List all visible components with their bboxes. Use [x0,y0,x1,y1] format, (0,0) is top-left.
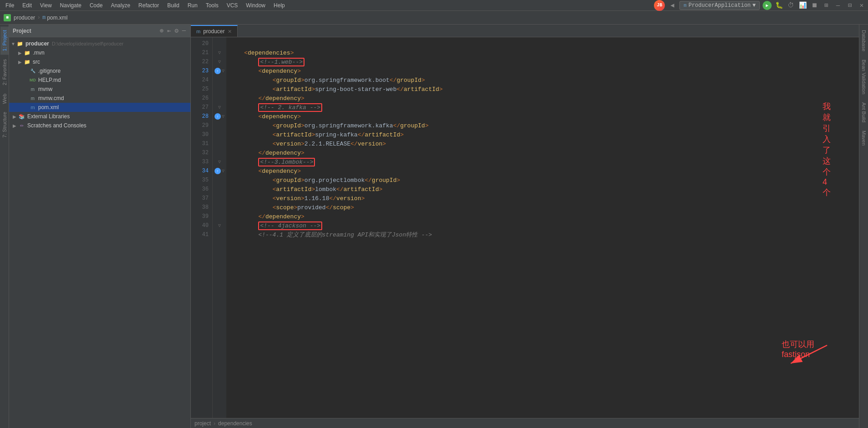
scratches-name: Scratches and Consoles [27,122,86,129]
menu-build[interactable]: Build [164,1,183,10]
tree-root[interactable]: ▼ 📁 producer D:\develop\idea\myself\prod… [9,39,190,48]
sidebar-tab-structure[interactable]: 7: Structure [0,108,9,141]
tree-ext-libs[interactable]: ▶ 📚 External Libraries [9,112,190,121]
fold-23[interactable]: ▽ [222,68,224,74]
mvn-name: .mvn [33,50,45,56]
close-button[interactable]: ✕ [857,1,866,10]
panel-title: Project [13,28,31,34]
menu-code[interactable]: Code [86,1,106,10]
tab-close-btn[interactable]: ✕ [228,29,232,35]
menu-navigate[interactable]: Navigate [56,1,85,10]
tree-mvn[interactable]: ▶ 📁 .mvn [9,48,190,57]
code-line-27: <!-- 2. kafka --> [226,103,859,112]
fold-21[interactable]: ▽ [218,50,221,55]
tree-scratches[interactable]: ▶ ✏ Scratches and Consoles [9,121,190,130]
breakpoint-23[interactable]: ↑ [215,68,221,74]
menu-help[interactable]: Help [270,1,289,10]
settings-icon[interactable]: ⚙ [174,26,179,35]
gutter-25 [213,85,226,94]
ext-lib-name: External Libraries [27,113,70,120]
ln-28: 28 [191,112,212,121]
breakpoint-34[interactable]: ↑ [215,168,221,174]
gutter-37 [213,194,226,203]
annotation-bottom: 也可以用fastjson [782,339,836,368]
menu-edit[interactable]: Edit [19,1,35,10]
tree-help[interactable]: MD HELP.md [9,76,190,85]
restore-button[interactable]: ⊟ [845,1,854,10]
run-button[interactable]: ▶ [763,1,772,10]
fold-28[interactable]: ▽ [222,114,224,119]
fold-40[interactable]: ▽ [218,223,221,228]
menu-vcs[interactable]: VCS [223,1,242,10]
mvnwcmd-icon: m [29,95,36,102]
menu-file[interactable]: File [2,1,18,10]
tree-pom[interactable]: m pom.xml [9,103,190,112]
menu-view[interactable]: View [36,1,55,10]
menu-run[interactable]: Run [184,1,201,10]
code-line-24: <groupId>org.springframework.boot</group… [226,76,859,85]
mvnw-name: mvnw [38,86,52,92]
profile-button[interactable]: ⏱ [786,1,795,10]
breakpoint-28[interactable]: ↑ [215,113,221,120]
collapse-all-icon[interactable]: ⇤ [166,26,172,35]
tag-dependencies-open: <dependencies> [230,50,294,56]
comment-web: <!--1.web--> [258,58,304,66]
tree-src[interactable]: ▶ 📁 src [9,57,190,66]
sidebar-tab-favorites[interactable]: 2: Favorites [0,55,9,89]
tree-mvnw[interactable]: m mvnw [9,85,190,94]
fold-33[interactable]: ▽ [218,159,221,165]
root-path: D:\develop\idea\myself\producer [52,41,124,46]
line-numbers: 20 21 22 23 24 25 26 27 28 29 30 31 32 3… [191,37,213,418]
menu-refactor[interactable]: Refactor [135,1,163,10]
minimize-panel-icon[interactable]: — [181,26,187,35]
run-config-name: ProducerApplication [688,2,751,9]
mvn-arrow: ▶ [18,50,24,55]
code-line-34: <dependency> [226,166,859,176]
project-tree: ▼ 📁 producer D:\develop\idea\myself\prod… [9,37,190,428]
expand-button[interactable]: ⊞ [822,1,831,10]
panel-header-icons: ⊕ ⇤ ⚙ — [159,26,187,35]
gutter-29 [213,121,226,130]
menu-analyze[interactable]: Analyze [107,1,134,10]
run-config-dropdown-icon[interactable]: ▼ [753,2,756,9]
code-line-37: <version>1.16.18</version> [226,194,859,203]
code-line-35: <groupId>org.projectlombok</groupId> [226,176,859,185]
ln-27: 27 [191,103,212,112]
breadcrumb-dependencies: dependencies [218,420,252,427]
code-line-39: </dependency> [226,212,859,221]
ln-38: 38 [191,203,212,212]
right-tab-ant[interactable]: Ant Build [860,99,868,126]
right-tab-maven[interactable]: Maven [860,127,868,149]
fold-22[interactable]: ▽ [218,59,221,65]
annotation-text-bottom: 也可以用fastjson [782,339,836,359]
ln-25: 25 [191,85,212,94]
src-name: src [33,59,40,65]
add-module-icon[interactable]: ⊕ [159,26,164,35]
gutter-28: ↑ ▽ [213,112,226,121]
code-line-25: <artifactId>spring-boot-starter-web</art… [226,85,859,94]
right-tab-bean[interactable]: Bean Validation [860,56,868,98]
fold-27[interactable]: ▽ [218,105,221,110]
debug-button[interactable]: 🐛 [774,1,783,10]
fold-34[interactable]: ▽ [222,168,224,174]
bottom-bar: project › dependencies [191,418,859,428]
sidebar-tab-web[interactable]: Web [0,90,9,107]
coverage-button[interactable]: 📊 [798,1,807,10]
menu-tools[interactable]: Tools [202,1,222,10]
right-tab-database[interactable]: Database [860,26,868,55]
menu-window[interactable]: Window [242,1,269,10]
editor-tab-producer[interactable]: m producer ✕ [191,25,238,37]
back-btn[interactable]: ◀ [668,1,677,10]
gutter-41 [213,230,226,239]
comment-lombok: <!--3.lombok--> [258,158,315,166]
stop-button[interactable]: ⏹ [810,1,819,10]
tree-mvnw-cmd[interactable]: m mvnw.cmd [9,94,190,103]
tree-gitignore[interactable]: 🔧 .gitignore [9,66,190,76]
run-config-selector[interactable]: m ProducerApplication ▼ [679,1,760,10]
gutter-30 [213,130,226,139]
md-file-icon: MD [29,76,36,84]
code-line-31: <version>2.2.1.RELEASE</version> [226,139,859,148]
ln-32: 32 [191,148,212,157]
sidebar-tab-project[interactable]: 1: Project [0,26,9,55]
minimize-button[interactable]: — [833,1,843,10]
